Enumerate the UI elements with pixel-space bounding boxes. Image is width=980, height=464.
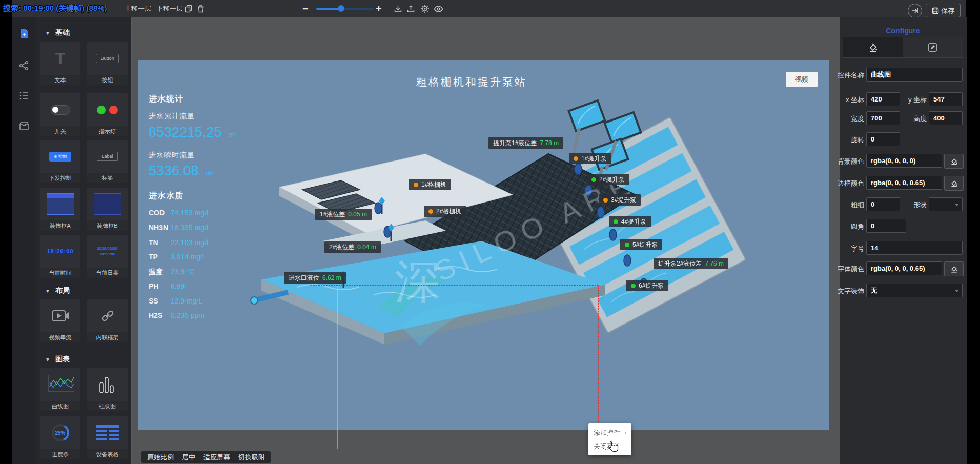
selected-widget-outline[interactable] xyxy=(311,285,599,450)
font-color-picker-button[interactable] xyxy=(944,261,964,276)
chevron-down-icon: ▼ xyxy=(45,288,50,294)
config-panel-title: Configure xyxy=(840,27,966,35)
chip-text: 4#提升泵 xyxy=(621,217,646,226)
paint-bucket-icon xyxy=(950,157,958,165)
label-pump-1[interactable]: 1#提升泵 xyxy=(569,153,611,164)
palette-item-current-time[interactable]: 18:20:00 当前时间 xyxy=(40,235,80,278)
height-input[interactable] xyxy=(929,111,963,125)
center-button[interactable]: 居中 xyxy=(182,453,195,462)
zoom-out-button[interactable]: − xyxy=(302,0,309,17)
move-up-layer-button[interactable]: 上移一层 xyxy=(125,0,151,17)
field-label: 旋转 xyxy=(823,135,864,145)
palette-item-progress[interactable]: 25% 进度条 xyxy=(40,416,80,459)
palette-item-frame-a[interactable]: 装饰框A xyxy=(40,188,80,231)
field-label: 背景颜色 xyxy=(823,157,864,166)
palette-item-line-chart[interactable]: 曲线图 xyxy=(40,368,80,411)
chip-text: 提升泵1#液位差 xyxy=(493,139,537,148)
palette-item-bar-chart[interactable]: 柱状图 xyxy=(87,368,128,411)
upload-icon[interactable] xyxy=(406,5,415,13)
video-button[interactable]: 视频 xyxy=(786,72,818,87)
left-icon-rail xyxy=(12,17,36,464)
list-icon[interactable] xyxy=(19,91,29,101)
quality-row-name: COD xyxy=(149,209,165,217)
original-scale-button[interactable]: 原始比例 xyxy=(147,453,174,462)
flow-icon[interactable] xyxy=(19,60,29,71)
preview-run-button[interactable] xyxy=(908,4,922,18)
table-icon xyxy=(95,423,120,442)
label-pump1-level-diff[interactable]: 提升泵1#液位差 7.78 m xyxy=(488,137,563,149)
switch-widget-thumb xyxy=(40,93,80,126)
palette-item-frame-b[interactable]: 装饰框B xyxy=(87,188,128,231)
section-header-layout[interactable]: ▼布局 xyxy=(45,286,70,295)
label-inlet-level[interactable]: 进水口液位 6.62 m xyxy=(284,272,346,284)
rotate-input[interactable] xyxy=(866,132,900,146)
tab-data[interactable] xyxy=(903,37,963,57)
zoom-in-button[interactable]: + xyxy=(376,0,382,17)
field-label: 字号 xyxy=(823,244,864,253)
background-color-picker-button[interactable] xyxy=(944,154,964,169)
section-header-basic[interactable]: ▼基础 xyxy=(45,28,70,37)
chip-text: 1#提升泵 xyxy=(581,154,606,163)
widget-name-input[interactable] xyxy=(866,68,963,82)
palette-item-label: 视频串流 xyxy=(40,332,80,342)
chevron-down-icon: ▼ xyxy=(45,30,50,36)
palette-item-switch[interactable]: 开关 xyxy=(40,93,80,136)
context-menu-add-widget[interactable]: 添加控件 › xyxy=(588,426,631,439)
quality-row-value: 12.9 mg/L xyxy=(171,297,202,305)
label-pump-4[interactable]: 4#提升泵 xyxy=(609,216,651,227)
palette-item-text[interactable]: T 文本 xyxy=(40,42,80,85)
corner-radius-input[interactable] xyxy=(866,219,906,233)
chip-value: 7.76 m xyxy=(705,260,724,267)
current-time-thumb: 18:20:00 xyxy=(40,235,80,268)
label-screen-2[interactable]: 2#格栅机 xyxy=(424,206,466,217)
y-coordinate-input[interactable] xyxy=(929,92,963,106)
save-button[interactable]: 保存 xyxy=(926,4,961,17)
label-pump-3[interactable]: 3#提升泵 xyxy=(599,194,641,206)
palette-item-video-stream[interactable]: 视频串流 xyxy=(40,299,80,342)
palette-item-current-date[interactable]: 2020/02/2018:20:00 当前日期 xyxy=(87,235,128,278)
palette-item-tag[interactable]: Label 标签 xyxy=(87,140,128,183)
trash-icon[interactable] xyxy=(197,5,205,13)
label-pump-2[interactable]: 2#提升泵 xyxy=(587,174,629,185)
section-title: 布局 xyxy=(55,286,70,294)
download-icon[interactable] xyxy=(394,5,402,13)
palette-item-label: 开关 xyxy=(40,126,80,136)
border-color-picker-button[interactable] xyxy=(944,176,964,191)
save-button-label: 保存 xyxy=(942,6,955,15)
move-down-layer-button[interactable]: 下移一层 xyxy=(156,0,183,17)
label-pump-5[interactable]: 5#提升泵 xyxy=(620,239,662,250)
palette-item-button[interactable]: Button 按钮 xyxy=(87,42,128,85)
top-toolbar xyxy=(12,0,966,18)
text-decoration-select[interactable]: 无 xyxy=(866,284,963,297)
palette-item-control[interactable]: ⊙ 控制 下发控制 xyxy=(40,140,80,183)
label-pump2-level-diff[interactable]: 提升泵2#液位差 7.76 m xyxy=(654,258,728,269)
palette-item-indicator[interactable]: 指示灯 xyxy=(87,93,128,136)
label-screen-1[interactable]: 1#格栅机 xyxy=(409,179,451,190)
eye-icon[interactable] xyxy=(434,5,443,13)
label-level-diff-2[interactable]: 2#液位差 0.04 m xyxy=(324,241,381,253)
tab-style[interactable] xyxy=(843,37,903,57)
gear-icon[interactable] xyxy=(420,4,430,13)
label-level-diff-1[interactable]: 1#液位差 0.05 m xyxy=(315,209,372,220)
font-color-input[interactable] xyxy=(866,261,942,275)
palette-item-iframe[interactable]: 内联框架 xyxy=(87,299,128,342)
background-color-input[interactable] xyxy=(866,154,942,168)
toggle-snap-button[interactable]: 切换吸附 xyxy=(238,453,265,462)
bar-chart-icon xyxy=(97,374,118,395)
chip-value: 0.05 m xyxy=(348,211,367,218)
label-pump-6[interactable]: 6#提升泵 xyxy=(626,280,668,291)
copy-icon[interactable] xyxy=(185,5,193,13)
border-color-input[interactable] xyxy=(866,176,942,190)
zoom-slider-knob[interactable] xyxy=(338,5,344,12)
video-stream-thumb xyxy=(40,299,80,332)
shape-select[interactable] xyxy=(929,197,963,211)
palette-item-label: 当前时间 xyxy=(40,268,80,278)
palette-item-label: 按钮 xyxy=(87,75,128,85)
pages-icon[interactable] xyxy=(19,29,29,39)
palette-item-device-table[interactable]: 设备表格 xyxy=(87,416,128,459)
fit-screen-button[interactable]: 适应屏幕 xyxy=(203,453,230,462)
palette-item-label: 柱状图 xyxy=(87,401,128,411)
font-size-input[interactable] xyxy=(866,241,963,255)
archive-box-icon[interactable] xyxy=(19,120,29,131)
section-header-charts[interactable]: ▼图表 xyxy=(45,355,70,364)
